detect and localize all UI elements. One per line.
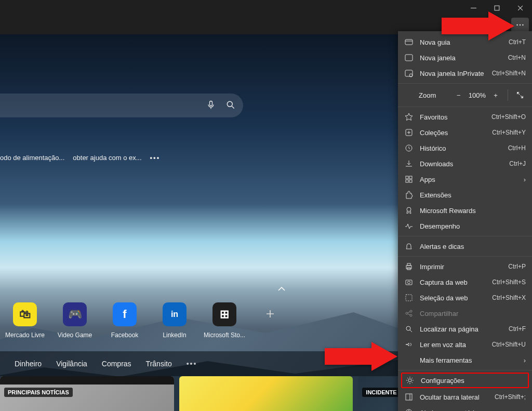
svg-point-27 — [408, 379, 411, 382]
menu-more-tools[interactable]: Mais ferramentas › — [398, 352, 532, 368]
news-card[interactable]: PRINCIPAIS NOTÍCIAS Irmã do governador d… — [0, 376, 174, 411]
nav-item-dinheiro[interactable]: Dinheiro — [15, 360, 42, 368]
menu-collections[interactable]: Coleções Ctrl+Shift+Y — [398, 125, 532, 140]
svg-point-23 — [406, 312, 408, 314]
settings-menu: Nova guia Ctrl+T Nova janela Ctrl+N Nova… — [398, 31, 532, 411]
fullscreen-button[interactable] — [513, 88, 527, 102]
tile-icon: 🛍 — [13, 302, 37, 326]
share-icon — [404, 309, 414, 318]
svg-rect-13 — [409, 176, 412, 179]
menu-settings[interactable]: Configurações — [401, 373, 529, 388]
svg-marker-32 — [325, 342, 397, 371]
tile-facebook[interactable]: f Facebook — [100, 302, 150, 339]
help-icon — [404, 408, 414, 411]
nav-item-compras[interactable]: Compras — [102, 360, 131, 368]
menu-apps[interactable]: Apps › — [398, 171, 532, 187]
extension-icon — [404, 190, 414, 200]
svg-rect-8 — [405, 70, 413, 76]
quick-link[interactable]: odo de alimentação... — [0, 154, 64, 162]
svg-rect-4 — [210, 101, 212, 105]
tile-label: Microsoft Sto... — [204, 332, 245, 339]
svg-rect-18 — [407, 263, 410, 266]
nav-more[interactable]: ••• — [187, 360, 197, 368]
select-icon — [404, 293, 414, 302]
nav-item-transito[interactable]: Trânsito — [146, 360, 172, 368]
zoom-in-button[interactable]: + — [489, 88, 502, 102]
svg-rect-22 — [406, 295, 412, 301]
search-bar[interactable] — [0, 94, 243, 117]
inprivate-icon — [404, 69, 414, 78]
svg-rect-20 — [406, 280, 412, 285]
menu-extensions[interactable]: Extensões — [398, 187, 532, 203]
menu-zoom-row: Zoom − 100% + — [398, 86, 532, 104]
svg-rect-28 — [406, 394, 412, 400]
svg-rect-12 — [406, 176, 408, 179]
chevron-right-icon: › — [524, 176, 526, 183]
tile-video-game[interactable]: 🎮 Video Game — [50, 302, 100, 339]
capture-icon — [404, 277, 414, 287]
menu-new-window[interactable]: Nova janela Ctrl+N — [398, 50, 532, 65]
star-icon — [404, 112, 414, 122]
window-icon — [404, 53, 414, 62]
menu-favorites[interactable]: Favoritos Ctrl+Shift+O — [398, 109, 532, 125]
zoom-out-button[interactable]: − — [452, 88, 466, 102]
quick-links-more[interactable]: ••• — [150, 154, 161, 162]
tile-label: Mercado Livre — [5, 332, 45, 339]
chevron-right-icon: › — [524, 356, 526, 364]
nav-item-vigilancia[interactable]: Vigilância — [56, 360, 87, 368]
tile-icon: ⊞ — [212, 302, 236, 326]
menu-read-aloud[interactable]: Ler em voz alta Ctrl+Shift+U — [398, 337, 532, 352]
svg-point-24 — [410, 310, 412, 312]
tile-microsoft-store[interactable]: ⊞ Microsoft Sto... — [200, 302, 249, 339]
menu-rewards[interactable]: Microsoft Rewards — [398, 203, 532, 218]
collapse-icon[interactable] — [277, 285, 286, 293]
svg-point-26 — [406, 326, 410, 330]
mic-icon[interactable] — [206, 100, 216, 112]
tile-icon: in — [163, 302, 187, 326]
menu-downloads[interactable]: Downloads Ctrl+J — [398, 156, 532, 171]
svg-rect-14 — [406, 180, 408, 182]
tile-icon: 🎮 — [63, 302, 87, 326]
sidebar-icon — [404, 392, 414, 402]
menu-hide-sidebar[interactable]: Ocultar barra lateral Ctrl+Shift+; — [398, 389, 532, 405]
menu-help[interactable]: Ajuda e comentários › — [398, 405, 532, 411]
find-icon — [404, 324, 414, 334]
svg-rect-15 — [409, 180, 412, 182]
news-card[interactable] — [179, 376, 353, 411]
gear-icon — [405, 376, 415, 385]
svg-point-2 — [520, 24, 521, 26]
download-icon — [404, 159, 414, 168]
search-icon[interactable] — [225, 100, 236, 112]
svg-point-5 — [227, 101, 232, 107]
svg-rect-6 — [405, 39, 413, 45]
tile-mercado-livre[interactable]: 🛍 Mercado Livre — [0, 302, 50, 339]
menu-share: Compartilhar — [398, 306, 532, 321]
svg-point-25 — [410, 314, 412, 316]
menu-performance[interactable]: Desempenho — [398, 218, 532, 234]
tile-label: Facebook — [111, 332, 139, 339]
shortcut-tiles: 🛍 Mercado Livre 🎮 Video Game f Facebook … — [0, 302, 291, 339]
svg-point-21 — [408, 281, 410, 284]
tab-icon — [404, 37, 414, 47]
collections-icon — [404, 128, 414, 137]
annotation-arrow-settings — [325, 342, 397, 373]
apps-icon — [404, 175, 414, 184]
bell-icon — [404, 242, 414, 251]
tile-linkedin[interactable]: in LinkedIn — [150, 302, 200, 339]
svg-marker-31 — [442, 11, 514, 41]
add-tile-button[interactable] — [265, 309, 275, 319]
svg-point-1 — [516, 24, 518, 26]
svg-point-16 — [407, 207, 411, 211]
quick-link[interactable]: obter ajuda com o ex... — [73, 154, 141, 162]
svg-rect-0 — [495, 6, 499, 10]
menu-web-select[interactable]: Seleção da web Ctrl+Shift+X — [398, 290, 532, 306]
menu-find[interactable]: Localizar na página Ctrl+F — [398, 321, 532, 337]
menu-print[interactable]: Imprimir Ctrl+P — [398, 259, 532, 274]
menu-inprivate[interactable]: Nova janela InPrivate Ctrl+Shift+N — [398, 65, 532, 81]
zoom-value: 100% — [469, 91, 486, 99]
history-icon — [404, 143, 414, 153]
menu-history[interactable]: Histórico Ctrl+H — [398, 140, 532, 156]
quick-links-row: odo de alimentação... obter ajuda com o … — [0, 154, 160, 162]
menu-alerts[interactable]: Alertas e dicas — [398, 238, 532, 254]
menu-web-capture[interactable]: Captura da web Ctrl+Shift+S — [398, 274, 532, 290]
